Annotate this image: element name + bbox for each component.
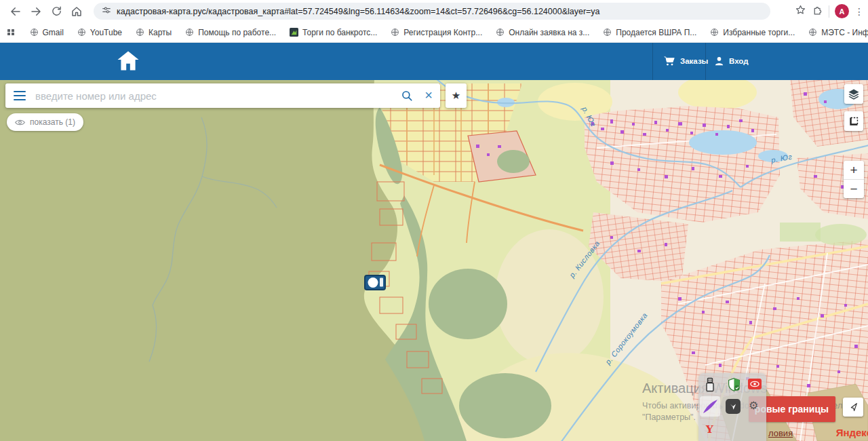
globe-icon (808, 28, 817, 37)
zoom-in-button[interactable]: + (844, 161, 864, 180)
globe-icon (391, 28, 399, 37)
feather-pen-icon[interactable] (700, 396, 720, 417)
bookmark-item[interactable]: Избранные торги... (710, 28, 795, 37)
selected-parcel-marker[interactable] (365, 275, 385, 290)
browser-toolbar: кадастровая-карта.рус/кадастровая_карта#… (0, 0, 868, 22)
bookmark-label: Карты (149, 28, 172, 37)
bookmark-label: YouTube (90, 28, 122, 37)
bookmark-label: Помощь по работе... (198, 28, 276, 37)
select-area-button[interactable] (844, 111, 863, 131)
search-input[interactable] (34, 90, 397, 102)
apps-grid-icon[interactable] (7, 29, 14, 36)
star-icon: ★ (452, 90, 460, 102)
url-text: кадастровая-карта.рус/кадастровая_карта#… (117, 7, 600, 16)
globe-icon (496, 28, 505, 37)
favorites-button[interactable]: ★ (446, 83, 467, 108)
show-results-button[interactable]: показать (1) (7, 113, 83, 131)
screen-record-icon[interactable] (748, 379, 762, 392)
globe-icon (185, 28, 194, 37)
site-header: Заказы Вход (0, 42, 868, 80)
globe-icon (136, 28, 144, 37)
usb-icon[interactable] (705, 377, 715, 395)
bookmark-label: Избранные торги... (723, 28, 795, 37)
show-results-label: показать (1) (30, 117, 75, 127)
site-settings-icon[interactable] (102, 5, 111, 18)
app-tile-icon[interactable] (726, 399, 741, 414)
reload-button[interactable] (46, 2, 66, 21)
globe-icon (603, 28, 612, 37)
bookmark-label: Gmail (43, 28, 64, 37)
yandex-browser-icon[interactable]: Y (706, 423, 713, 436)
layers-button[interactable] (844, 84, 863, 104)
back-button[interactable] (5, 2, 26, 21)
bookmark-item[interactable]: YouTube (77, 28, 122, 37)
system-tray-panel: ⚙ Y (698, 373, 766, 441)
bookmark-item[interactable]: Карты (136, 28, 172, 37)
geolocation-arrow-icon (848, 402, 859, 413)
extensions-icon[interactable] (812, 4, 823, 18)
login-label: Вход (729, 57, 748, 65)
geolocation-button[interactable] (843, 398, 863, 417)
clear-search-icon[interactable]: × (417, 88, 440, 104)
bookmark-item[interactable]: Торги по банкротс... (290, 28, 377, 37)
globe-icon (77, 28, 86, 37)
eye-icon (15, 119, 25, 126)
toolbar-divider (829, 5, 829, 18)
globe-icon (710, 28, 719, 37)
zoom-control: + − (844, 161, 864, 198)
gear-icon[interactable]: ⚙ (749, 399, 758, 412)
bookmarks-bar: Gmail YouTube Карты Помощь по работе... … (0, 22, 868, 43)
bookmark-label: Продается ВШРА П... (616, 28, 696, 37)
globe-icon (30, 28, 39, 37)
home-button[interactable] (66, 2, 87, 21)
menu-icon[interactable]: ⋮ (854, 7, 864, 16)
bookmark-item[interactable]: МЭТС - Информац... (808, 28, 868, 37)
bookmark-label: Онлайн заявка на з... (509, 28, 589, 37)
orders-button[interactable]: Заказы (663, 42, 708, 80)
forward-button[interactable] (26, 2, 46, 21)
site-home-button[interactable] (117, 50, 141, 72)
person-icon (714, 56, 724, 66)
url-bar[interactable]: кадастровая-карта.рус/кадастровая_карта#… (94, 3, 770, 20)
yandex-logo[interactable]: Яндекс (836, 427, 868, 438)
bookmark-item[interactable]: Онлайн заявка на з... (496, 28, 589, 37)
cart-icon (663, 56, 675, 66)
bookmark-label: Регистрация Контр... (403, 28, 482, 37)
bookmark-item[interactable]: Помощь по работе... (185, 28, 276, 37)
login-button[interactable]: Вход (714, 42, 748, 80)
bookmark-item[interactable]: Регистрация Контр... (391, 28, 482, 37)
bookmark-label: Торги по банкротс... (302, 28, 377, 37)
header-divider (705, 42, 706, 80)
torgi-favicon (290, 28, 298, 37)
terms-of-use-link[interactable]: ловия использования (768, 428, 830, 441)
zoom-out-button[interactable]: − (844, 180, 864, 198)
search-icon[interactable] (397, 90, 417, 102)
orders-label: Заказы (680, 57, 708, 65)
bookmark-label: МЭТС - Информац... (821, 28, 868, 37)
bookmark-item[interactable]: Gmail (30, 28, 64, 37)
bookmark-star-icon[interactable] (795, 4, 806, 18)
header-divider (652, 42, 653, 80)
profile-avatar[interactable]: A (835, 4, 849, 18)
antivirus-shield-icon[interactable] (727, 377, 741, 394)
map-search-bar: × (5, 83, 440, 108)
menu-hamburger-icon[interactable] (14, 91, 26, 101)
map-attribution: ловия использования Яндекс (768, 427, 868, 441)
layers-icon (848, 88, 860, 100)
select-area-icon (848, 115, 860, 127)
bookmark-item[interactable]: Продается ВШРА П... (603, 28, 696, 37)
